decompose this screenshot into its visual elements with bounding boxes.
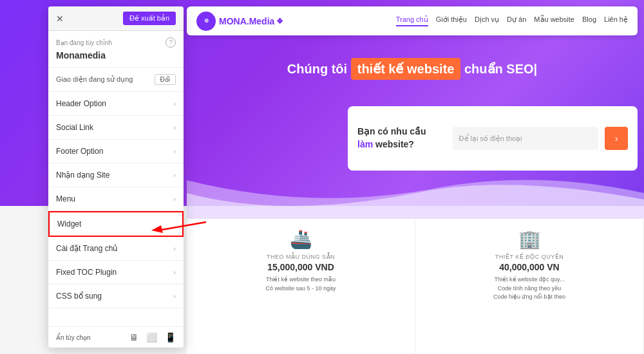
nav-dich-vu[interactable]: Dịch vụ: [475, 15, 499, 26]
customizer-sidebar: ✕ Đề xuất bản Bạn đang tùy chỉnh ? Monam…: [48, 6, 184, 348]
submit-button[interactable]: ›: [605, 127, 628, 150]
sidebar-item-css[interactable]: CSS bổ sung ›: [48, 284, 184, 308]
preview-logo: ⚙ MONA.Media ❖: [196, 12, 283, 31]
chevron-icon-fixed-toc: ›: [173, 268, 176, 276]
nav-mau-website[interactable]: Mẫu website: [534, 15, 574, 26]
card-building-icon: 🏢: [518, 228, 541, 250]
customizing-label-row: Bạn đang tùy chỉnh ?: [48, 31, 184, 50]
preview-nav-links: Trang chủ Giới thiệu Dịch vụ Dự án Mẫu w…: [396, 15, 628, 26]
sidebar-label-footer-option: Footer Option: [56, 147, 103, 156]
desktop-icon[interactable]: 🖥: [129, 332, 138, 342]
logo-dots: ❖: [276, 17, 283, 26]
sidebar-item-fixed-toc[interactable]: Fixed TOC Plugin ›: [48, 261, 184, 284]
tablet-icon[interactable]: ⬜: [146, 332, 157, 342]
sidebar-item-nhan-dang[interactable]: Nhận dạng Site ›: [48, 163, 184, 187]
mobile-icon[interactable]: 📱: [165, 332, 176, 342]
hero-highlight: thiết kế website: [351, 58, 461, 80]
sidebar-label-widget: Widget: [57, 219, 81, 228]
chevron-icon-footer: ›: [173, 147, 176, 155]
nav-gioi-thieu[interactable]: Giới thiệu: [436, 15, 467, 26]
theme-row: Giao diện đang sử dụng Đổi: [48, 68, 184, 92]
card-2-subtitle: THIẾT KẾ ĐỘC QUYỀN: [495, 254, 564, 260]
contact-title: Bạn có nhu cầu làm website?: [357, 126, 446, 151]
sidebar-item-social-link[interactable]: Social Link ›: [48, 116, 184, 140]
nav-trang-chu[interactable]: Trang chủ: [396, 15, 428, 26]
nav-lien-he[interactable]: Liên hệ: [604, 15, 628, 26]
chevron-icon-cai-dat: ›: [173, 245, 176, 252]
svg-line-0: [158, 222, 206, 230]
sidebar-item-footer-option[interactable]: Footer Option ›: [48, 140, 184, 163]
change-theme-button[interactable]: Đổi: [155, 74, 176, 85]
site-name: Monamedia: [48, 50, 184, 68]
card-2-price: 40,000,000 VN: [499, 262, 559, 272]
hero-text: Chúng tôi thiết kế website chuẩn SEO|: [287, 58, 537, 80]
card-ship-icon: 🚢: [290, 228, 312, 250]
mona-logo-icon: ⚙: [196, 12, 216, 31]
publish-button[interactable]: Đề xuất bản: [123, 12, 176, 25]
theme-label: Giao diện đang sử dụng: [56, 75, 133, 84]
red-arrow: [151, 219, 209, 241]
chevron-icon-menu: ›: [173, 195, 176, 203]
sidebar-top-bar: ✕ Đề xuất bản: [48, 6, 184, 31]
chevron-icon-header: ›: [173, 100, 176, 107]
footer-label: Ẩn tùy chọn: [56, 334, 122, 341]
chevron-icon-social: ›: [173, 124, 176, 131]
preview-cards: 🚢 THEO MẪU DÙNG SẴN 15,000,000 VND Thiết…: [187, 219, 644, 354]
nav-du-an[interactable]: Dự án: [507, 15, 526, 26]
sidebar-menu: Header Option › Social Link › Footer Opt…: [48, 92, 184, 308]
logo-text: MONA.Media: [219, 16, 274, 26]
preview-contact-box: Bạn có nhu cầu làm website? Để lại số đi…: [348, 106, 638, 171]
chevron-icon-nhan-dang: ›: [173, 171, 176, 179]
sidebar-label-header-option: Header Option: [56, 99, 106, 108]
sidebar-label-fixed-toc: Fixed TOC Plugin: [56, 268, 117, 277]
help-icon[interactable]: ?: [166, 37, 176, 48]
card-1-desc: Thiết kế website theo mẫuCó website sau …: [265, 275, 336, 293]
phone-input[interactable]: Để lại số điện thoại: [453, 127, 598, 150]
nav-blog[interactable]: Blog: [582, 15, 596, 26]
sidebar-footer: Ẩn tùy chọn 🖥 ⬜ 📱: [48, 326, 184, 348]
sidebar-item-menu[interactable]: Menu ›: [48, 187, 184, 211]
sidebar-label-social-link: Social Link: [56, 123, 93, 132]
card-doc-quyen: 🏢 THIẾT KẾ ĐỘC QUYỀN 40,000,000 VN Thiết…: [415, 219, 644, 354]
sidebar-label-cai-dat: Cài đặt Trang chủ: [56, 244, 118, 253]
sidebar-label-css: CSS bổ sung: [56, 292, 102, 301]
preview-wave: [187, 167, 644, 219]
close-button[interactable]: ✕: [56, 14, 64, 24]
customizing-label: Bạn đang tùy chỉnh: [56, 39, 112, 46]
sidebar-item-header-option[interactable]: Header Option ›: [48, 92, 184, 116]
card-theo-mau: 🚢 THEO MẪU DÙNG SẴN 15,000,000 VND Thiết…: [187, 219, 415, 354]
preview-navbar: ⚙ MONA.Media ❖ Trang chủ Giới thiệu Dịch…: [187, 6, 638, 35]
phone-placeholder: Để lại số điện thoại: [459, 135, 522, 143]
sidebar-label-menu: Menu: [56, 194, 75, 203]
preview-hero: Chúng tôi thiết kế website chuẩn SEO|: [187, 45, 638, 93]
sidebar-label-nhan-dang: Nhận dạng Site: [56, 171, 109, 180]
svg-marker-1: [151, 225, 163, 233]
card-1-price: 15,000,000 VND: [267, 262, 334, 272]
card-2-desc: Thiết kế website độc quy...Code tính năn…: [493, 275, 565, 302]
hero-text-after: chuẩn SEO|: [464, 62, 537, 76]
card-1-subtitle: THEO MẪU DÙNG SẴN: [267, 254, 335, 260]
hero-text-before: Chúng tôi: [287, 62, 347, 76]
chevron-icon-css: ›: [173, 292, 176, 300]
